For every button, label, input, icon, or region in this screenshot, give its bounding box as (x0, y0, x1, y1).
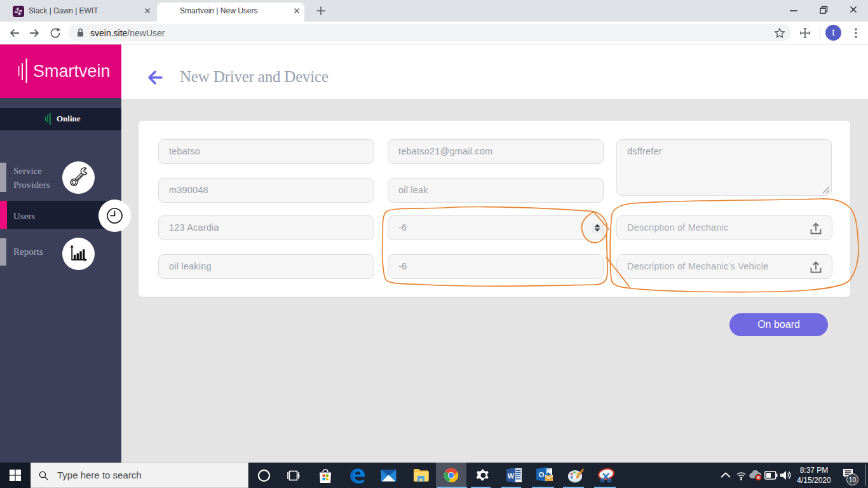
svg-text:O: O (539, 471, 545, 478)
svg-text:W: W (508, 472, 515, 480)
